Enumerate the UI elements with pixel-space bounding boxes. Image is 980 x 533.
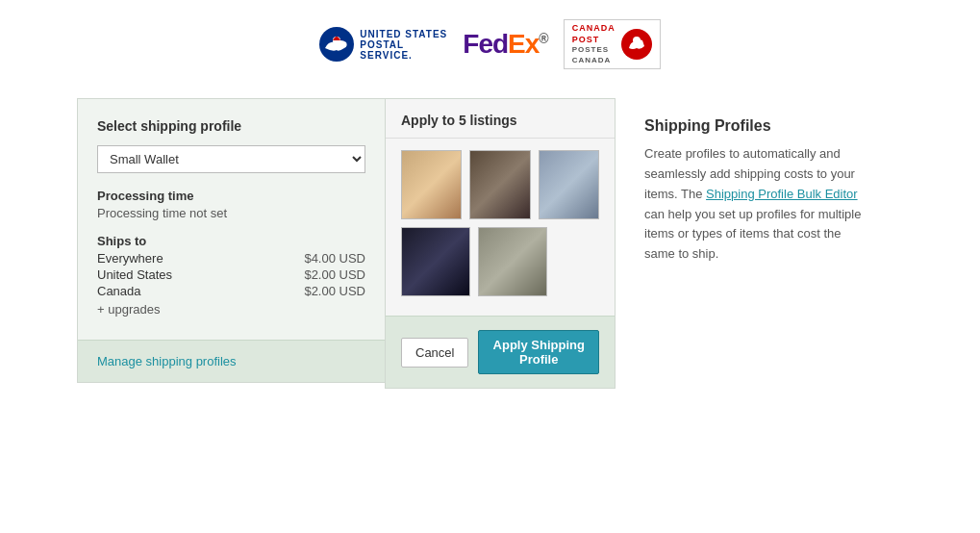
processing-time-value: Processing time not set (97, 206, 365, 220)
fedex-dot: ® (539, 31, 547, 46)
select-profile-title: Select shipping profile (97, 118, 365, 134)
ships-to-row-canada: Canada $2.00 USD (97, 284, 365, 298)
shipping-profiles-description: Create profiles to automatically and sea… (644, 144, 874, 265)
usps-line2: POSTAL (360, 39, 404, 50)
svg-point-3 (633, 37, 641, 44)
thumb-row-2 (401, 227, 599, 296)
apply-to-header: Apply to 5 listings (386, 99, 615, 139)
main-area: Select shipping profile Small Wallet Pro… (0, 98, 980, 389)
left-panel-footer: Manage shipping profiles (78, 340, 385, 382)
apply-shipping-profile-button[interactable]: Apply Shipping Profile (478, 330, 599, 374)
thumbnail-2 (469, 150, 530, 219)
thumbnail-1 (401, 150, 462, 219)
header-logos: UNITED STATES POSTAL SERVICE. FedEx® CAN… (0, 0, 980, 98)
canada-price: $2.00 USD (304, 284, 365, 298)
profile-select[interactable]: Small Wallet (97, 145, 365, 173)
thumb-row-1 (401, 150, 599, 219)
shipping-profiles-title: Shipping Profiles (644, 117, 874, 135)
ships-to-section: Ships to Everywhere $4.00 USD United Sta… (97, 234, 365, 317)
everywhere-price: $4.00 USD (304, 251, 365, 266)
ships-to-row-us: United States $2.00 USD (97, 267, 365, 282)
everywhere-label: Everywhere (97, 251, 163, 266)
upgrades-link: + upgrades (97, 302, 365, 317)
thumbnail-3 (539, 150, 599, 219)
canada-text: CANADA (572, 23, 616, 35)
canada-post-logo: CANADA POST POSTES CANADA (564, 19, 661, 69)
usps-line3: SERVICE. (360, 50, 413, 61)
canada-post-text: CANADA POST POSTES CANADA (572, 23, 616, 65)
left-panel-content: Select shipping profile Small Wallet Pro… (78, 99, 385, 340)
left-panel: Select shipping profile Small Wallet Pro… (77, 98, 385, 383)
right-panel: Shipping Profiles Create profiles to aut… (616, 98, 903, 284)
canada-post-icon (621, 29, 652, 60)
processing-time-label: Processing time (97, 189, 365, 203)
thumbnail-5 (478, 227, 547, 296)
us-label: United States (97, 267, 172, 282)
middle-panel-footer: Cancel Apply Shipping Profile (386, 316, 615, 388)
desc-part2: can help you set up profiles for multipl… (644, 207, 861, 262)
fedex-ex: Ex (508, 29, 539, 59)
canada2-text: CANADA (572, 56, 616, 65)
thumbnails-area (386, 139, 615, 316)
fedex-logo: FedEx® (463, 29, 547, 60)
bulk-editor-link[interactable]: Shipping Profile Bulk Editor (706, 187, 858, 201)
cancel-button[interactable]: Cancel (401, 338, 468, 368)
ships-to-row: Everywhere $4.00 USD (97, 251, 365, 266)
middle-panel: Apply to 5 listings Cancel Apply Shippin… (385, 98, 616, 389)
usps-line1: UNITED STATES (360, 29, 447, 39)
usps-logo: UNITED STATES POSTAL SERVICE. (319, 27, 447, 62)
canada-label: Canada (97, 284, 141, 298)
us-price: $2.00 USD (304, 267, 365, 282)
post-text: POST (572, 35, 616, 46)
ships-to-label: Ships to (97, 234, 365, 248)
usps-text: UNITED STATES POSTAL SERVICE. (360, 29, 447, 61)
manage-shipping-profiles-link[interactable]: Manage shipping profiles (97, 354, 237, 368)
fedex-fe: Fed (463, 29, 508, 59)
usps-eagle-icon (319, 27, 354, 62)
thumbnail-4 (401, 227, 470, 296)
postes-text: POSTES (572, 45, 616, 55)
